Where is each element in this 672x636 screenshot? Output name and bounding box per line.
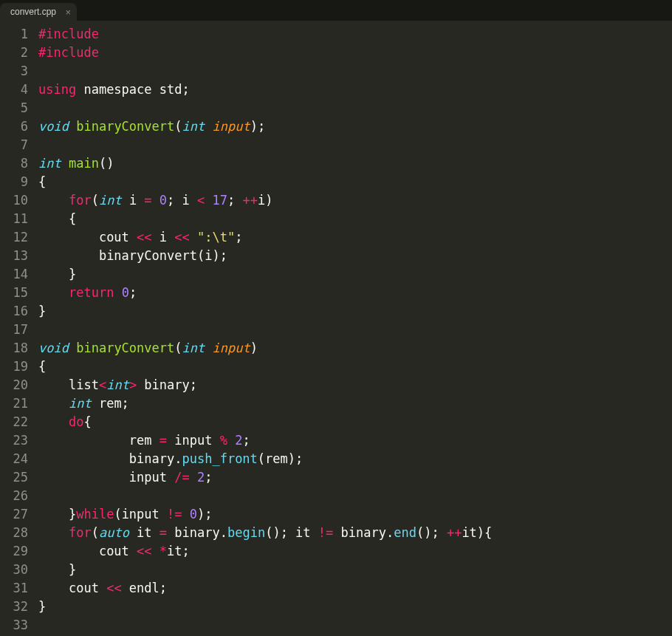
line-number: 30: [7, 561, 28, 579]
code-line[interactable]: for(int i = 0; i < 17; ++i): [38, 191, 672, 210]
line-number: 3: [7, 62, 28, 81]
code-area[interactable]: #include #include using namespace std; v…: [34, 21, 672, 636]
line-number: 25: [7, 468, 28, 487]
line-number: 31: [7, 579, 28, 598]
tab-bar: convert.cpp ×: [0, 0, 672, 21]
line-number: 5: [7, 99, 28, 117]
line-number: 21: [7, 394, 28, 413]
line-number: 16: [7, 302, 28, 321]
line-number: 4: [7, 81, 28, 99]
code-line[interactable]: }: [38, 302, 672, 321]
code-line[interactable]: [38, 321, 672, 339]
tab-title: convert.cpp: [10, 7, 56, 17]
code-line[interactable]: [38, 62, 672, 81]
line-number: 11: [7, 210, 28, 228]
line-number: 19: [7, 358, 28, 376]
code-line[interactable]: int main(): [38, 154, 672, 173]
line-number: 20: [7, 376, 28, 394]
line-number: 7: [7, 136, 28, 154]
editor: 1234567891011121314151617181920212223242…: [0, 21, 672, 636]
line-number: 24: [7, 450, 28, 468]
line-number: 8: [7, 154, 28, 173]
code-line[interactable]: }while(input != 0);: [38, 505, 672, 524]
line-number: 23: [7, 431, 28, 450]
code-line[interactable]: #include: [38, 44, 672, 62]
code-line[interactable]: }: [38, 265, 672, 284]
line-gutter: 1234567891011121314151617181920212223242…: [0, 21, 34, 636]
line-number: 27: [7, 505, 28, 524]
code-line[interactable]: [38, 616, 672, 635]
line-number: 2: [7, 44, 28, 62]
code-line[interactable]: return 0;: [38, 284, 672, 302]
code-line[interactable]: list<int> binary;: [38, 376, 672, 394]
code-line[interactable]: }: [38, 561, 672, 579]
code-line[interactable]: rem = input % 2;: [38, 431, 672, 450]
code-line[interactable]: for(auto it = binary.begin(); it != bina…: [38, 524, 672, 542]
line-number: 1: [7, 25, 28, 44]
file-tab[interactable]: convert.cpp ×: [0, 3, 77, 21]
code-line[interactable]: }: [38, 598, 672, 616]
close-icon[interactable]: ×: [65, 7, 71, 18]
line-number: 13: [7, 247, 28, 265]
code-line[interactable]: {: [38, 210, 672, 228]
line-number: 33: [7, 616, 28, 635]
line-number: 14: [7, 265, 28, 284]
line-number: 32: [7, 598, 28, 616]
code-line[interactable]: [38, 487, 672, 505]
code-line[interactable]: cout << *it;: [38, 542, 672, 561]
code-line[interactable]: [38, 99, 672, 117]
code-line[interactable]: void binaryConvert(int input): [38, 339, 672, 358]
line-number: 12: [7, 228, 28, 247]
code-line[interactable]: using namespace std;: [38, 81, 672, 99]
code-line[interactable]: binary.push_front(rem);: [38, 450, 672, 468]
line-number: 15: [7, 284, 28, 302]
code-line[interactable]: binaryConvert(i);: [38, 247, 672, 265]
code-line[interactable]: #include: [38, 25, 672, 44]
code-line[interactable]: cout << endl;: [38, 579, 672, 598]
line-number: 28: [7, 524, 28, 542]
code-line[interactable]: {: [38, 173, 672, 191]
code-line[interactable]: cout << i << ":\t";: [38, 228, 672, 247]
code-line[interactable]: void binaryConvert(int input);: [38, 117, 672, 136]
code-line[interactable]: input /= 2;: [38, 468, 672, 487]
code-line[interactable]: int rem;: [38, 394, 672, 413]
line-number: 22: [7, 413, 28, 431]
line-number: 26: [7, 487, 28, 505]
line-number: 18: [7, 339, 28, 358]
line-number: 10: [7, 191, 28, 210]
code-line[interactable]: [38, 136, 672, 154]
code-line[interactable]: {: [38, 358, 672, 376]
code-line[interactable]: do{: [38, 413, 672, 431]
line-number: 6: [7, 117, 28, 136]
line-number: 9: [7, 173, 28, 191]
line-number: 29: [7, 542, 28, 561]
line-number: 17: [7, 321, 28, 339]
